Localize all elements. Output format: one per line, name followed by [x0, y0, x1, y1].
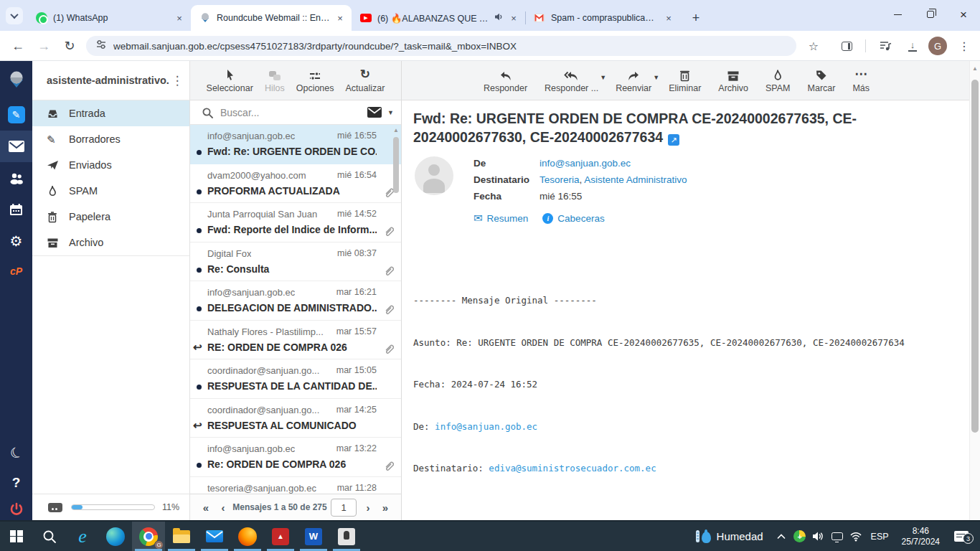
tab-gmail[interactable]: Spam - compraspublicasgadsan ×	[525, 5, 680, 31]
chevron-down-icon[interactable]: ▼	[653, 74, 659, 81]
folder-archivo[interactable]: Archivo	[32, 230, 189, 256]
taskbar-mail[interactable]	[198, 522, 231, 551]
first-page-button[interactable]: «	[197, 501, 215, 514]
settings-nav-button[interactable]: ⚙	[0, 225, 32, 257]
taskbar-acrobat[interactable]: ▲	[264, 522, 297, 551]
media-controls-button[interactable]	[877, 37, 894, 55]
summary-button[interactable]: ✉Resumen	[473, 212, 528, 225]
address-bar[interactable]: webmail.sanjuan.gob.ec/cpsess4751027183/…	[86, 36, 796, 56]
more-button[interactable]: ⋯ Más	[852, 68, 870, 93]
taskbar-search-button[interactable]	[33, 522, 66, 551]
reader-scrollbar[interactable]: ▲	[969, 61, 980, 520]
page-input[interactable]	[331, 499, 357, 517]
start-button[interactable]	[0, 522, 33, 551]
forward-button[interactable]: →	[34, 37, 53, 55]
refresh-button[interactable]: ↻	[60, 37, 79, 55]
message-row[interactable]: coordinador@sanjuan.go... mar 14:25 ↩ RE…	[190, 399, 401, 438]
to-link-1[interactable]: Tesoreria	[540, 174, 580, 185]
back-button[interactable]: ←	[9, 37, 27, 55]
tab-roundcube[interactable]: Roundcube Webmail :: Entrada ×	[191, 5, 352, 31]
close-icon[interactable]: ×	[508, 12, 519, 24]
refresh-list-button[interactable]: ↻ Actualizar	[346, 68, 385, 93]
folder-borradores[interactable]: ✎ Borradores	[32, 126, 189, 152]
taskbar-firefox[interactable]	[231, 522, 264, 551]
folder-entrada[interactable]: Entrada	[32, 100, 189, 126]
weather-widget[interactable]: Humedad	[687, 530, 772, 542]
body-email-link[interactable]: ediva@suministrosecuador.com.ec	[489, 463, 656, 474]
notification-center-button[interactable]: 3	[947, 521, 976, 551]
new-tab-button[interactable]: +	[686, 8, 706, 28]
wifi-tray-icon[interactable]	[847, 521, 865, 551]
from-address-link[interactable]: info@sanjuan.gob.ec	[540, 158, 631, 169]
close-icon[interactable]: ×	[663, 12, 674, 24]
next-page-button[interactable]: ›	[359, 501, 377, 514]
close-icon[interactable]: ×	[334, 12, 346, 24]
clock[interactable]: 8:46 25/7/2024	[895, 526, 947, 547]
select-button[interactable]: Seleccionar	[207, 68, 253, 93]
language-indicator[interactable]: ESP	[865, 521, 895, 551]
calendar-nav-button[interactable]	[0, 194, 32, 225]
message-row[interactable]: tesoreria@sanjuan.gob.ec mar 11:28	[190, 477, 401, 494]
mark-button[interactable]: Marcar	[808, 68, 836, 93]
antivirus-tray-icon[interactable]	[791, 521, 809, 551]
url-text[interactable]: webmail.sanjuan.gob.ec/cpsess4751027183/…	[113, 41, 517, 52]
headers-button[interactable]: iCabeceras	[542, 213, 604, 224]
restore-button[interactable]	[914, 0, 947, 29]
list-scrollbar[interactable]: ▲ ▼	[392, 127, 400, 133]
dark-mode-button[interactable]: ☾	[0, 437, 32, 468]
forward-button[interactable]: Reenviar ▼	[616, 68, 651, 93]
reply-all-button[interactable]: Responder ... ▼	[545, 68, 598, 93]
downloads-button[interactable]: ↓	[904, 37, 921, 55]
tab-audio-icon[interactable]	[494, 12, 504, 24]
cpanel-button[interactable]: cP	[0, 255, 32, 287]
search-input[interactable]	[220, 107, 367, 118]
scroll-up-arrow[interactable]: ▲	[392, 127, 400, 133]
taskbar-chrome[interactable]: G	[132, 522, 165, 551]
tab-search-button[interactable]	[6, 7, 23, 24]
taskbar-file-explorer[interactable]	[165, 522, 198, 551]
delete-button[interactable]: Eliminar	[669, 68, 701, 93]
spam-button[interactable]: SPAM	[765, 68, 791, 93]
reply-button[interactable]: Responder	[484, 68, 527, 93]
message-row[interactable]: coordinador@sanjuan.go... mar 15:05 RESP…	[190, 359, 401, 399]
open-in-new-window-icon[interactable]: ↗	[668, 134, 679, 146]
message-row[interactable]: dvam2000@yahoo.com mié 16:54 PROFORMA AC…	[190, 164, 401, 204]
reader-scroll-thumb[interactable]	[971, 80, 979, 433]
folder-menu-button[interactable]: ⋮	[169, 73, 185, 88]
folder-spam[interactable]: SPAM	[32, 178, 189, 204]
taskbar-internet-explorer[interactable]: e	[66, 522, 99, 551]
mark-read-envelope-icon[interactable]	[367, 107, 382, 118]
to-link-2[interactable]: Asistente Administrativo	[584, 174, 687, 185]
tab-whatsapp[interactable]: (1) WhatsApp ×	[27, 5, 191, 31]
message-row[interactable]: Nathaly Flores - Plastilimp... mar 15:57…	[190, 321, 401, 360]
message-row[interactable]: Junta Parroquial San Juan mié 14:52 Fwd:…	[190, 203, 401, 242]
scroll-up-arrow[interactable]: ▲	[971, 65, 979, 72]
close-icon[interactable]: ×	[174, 12, 185, 24]
taskbar-word[interactable]: W	[297, 522, 330, 551]
last-page-button[interactable]: »	[377, 501, 394, 514]
side-panel-button[interactable]	[838, 37, 855, 55]
compose-button[interactable]: ✎	[0, 99, 32, 131]
message-row[interactable]: info@sanjuan.gob.ec mar 16:21 DELEGACION…	[190, 281, 401, 321]
contacts-nav-button[interactable]	[0, 162, 32, 194]
list-scroll-thumb[interactable]	[393, 137, 399, 193]
body-email-link[interactable]: info@sanjuan.gob.ec	[435, 421, 537, 432]
browser-menu-button[interactable]: ⋮	[956, 37, 973, 55]
bookmark-star-button[interactable]: ☆	[805, 37, 822, 55]
search-scope-chevron[interactable]: ▼	[387, 109, 394, 116]
prev-page-button[interactable]: ‹	[215, 501, 232, 514]
site-info-icon[interactable]	[96, 39, 106, 52]
chevron-down-icon[interactable]: ▼	[600, 74, 606, 81]
taskbar-java-app[interactable]	[330, 522, 363, 551]
volume-tray-icon[interactable]	[809, 521, 828, 551]
tray-expand-button[interactable]	[772, 521, 791, 551]
folder-enviados[interactable]: Enviados	[32, 152, 189, 178]
cast-tray-icon[interactable]	[828, 521, 847, 551]
taskbar-edge[interactable]	[99, 522, 132, 551]
message-row[interactable]: Digital Fox mié 08:37 Re: Consulta	[190, 242, 401, 282]
profile-avatar[interactable]: G	[928, 37, 947, 55]
archive-button[interactable]: Archivo	[718, 68, 748, 93]
mail-nav-button[interactable]	[0, 131, 32, 162]
tab-youtube[interactable]: ▶ (6) 🔥ALABANZAS QUE TRA ×	[352, 5, 525, 31]
threads-button[interactable]: Hilos	[265, 68, 285, 93]
